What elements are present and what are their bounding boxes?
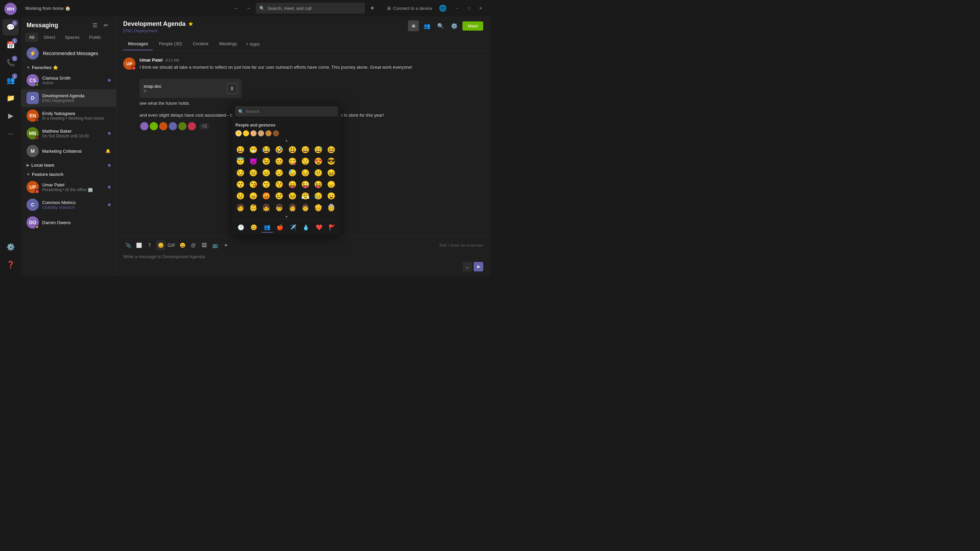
close-button[interactable]: ✕ <box>475 3 486 13</box>
add-button[interactable]: + <box>368 3 377 13</box>
format-tool[interactable]: ⬜ <box>134 240 143 250</box>
tab-all[interactable]: All <box>25 33 38 42</box>
emoji-😊[interactable]: 😊 <box>274 156 285 167</box>
emoji-😎[interactable]: 😎 <box>326 156 337 167</box>
chat-item-umar[interactable]: UP 🔴 Umar Patel Presenting • At the offi… <box>21 178 116 196</box>
emoji-😢[interactable]: 😢 <box>274 191 285 202</box>
new-chat-button[interactable]: ✏ <box>101 21 111 30</box>
skin-tone-2[interactable] <box>243 130 249 137</box>
emoji-😕[interactable]: 😕 <box>313 167 324 178</box>
emoji-😇[interactable]: 😇 <box>235 156 246 167</box>
emoji-😌[interactable]: 😌 <box>300 156 311 167</box>
section-favorites[interactable]: ▼ Favorites ⭐ <box>21 62 116 71</box>
rail-item-chat[interactable]: 💬 5 <box>2 19 19 35</box>
emoji-👨[interactable]: 👨 <box>300 202 311 213</box>
chat-item-darren[interactable]: DO Darren Owens <box>21 214 116 231</box>
chat-item-dev-agenda[interactable]: D Development Agenda ENG Deployment <box>21 89 116 107</box>
emoji-😙[interactable]: 😙 <box>261 179 272 190</box>
emoji-😏[interactable]: 😏 <box>235 167 246 178</box>
participants-button[interactable]: 👥 <box>422 21 433 31</box>
emoji-👦[interactable]: 👦 <box>274 202 285 213</box>
emoji-😈[interactable]: 😈 <box>248 156 259 167</box>
cat-activities[interactable]: 💧 <box>300 222 312 233</box>
filter-button[interactable]: ☰ <box>90 21 100 30</box>
sticker-tool[interactable]: 😄 <box>178 240 187 250</box>
emoji-😄[interactable]: 😄 <box>300 144 311 155</box>
emoji-👴[interactable]: 👴 <box>313 202 324 213</box>
chat-item-clarissa[interactable]: CS Clarissa Smith Active <box>21 71 116 89</box>
emoji-😍[interactable]: 😍 <box>313 156 324 167</box>
tab-people[interactable]: People (30) <box>154 38 186 50</box>
emoji-😦[interactable]: 😦 <box>326 191 337 202</box>
tab-direct[interactable]: Direct <box>40 33 59 42</box>
download-button[interactable]: ⬇ <box>227 83 237 94</box>
back-button[interactable]: ← <box>231 3 241 13</box>
recommended-messages-item[interactable]: ⚡ Recommended Messages <box>21 44 116 62</box>
global-search-bar[interactable]: 🔍 Search, meet, and call <box>256 3 365 14</box>
record-button[interactable]: ⏺ <box>408 21 419 31</box>
more-tool[interactable]: ✦ <box>221 240 231 250</box>
rail-item-apps[interactable]: 📁 <box>2 90 19 106</box>
emoji-😤[interactable]: 😤 <box>300 191 311 202</box>
emoji-😑[interactable]: 😑 <box>261 167 272 178</box>
skin-tone-5[interactable] <box>266 130 272 137</box>
forward-button[interactable]: → <box>243 3 253 13</box>
emoji-😐[interactable]: 😐 <box>248 167 259 178</box>
skin-tone-1[interactable] <box>235 130 242 137</box>
cat-food[interactable]: 🍎 <box>274 222 286 233</box>
rail-item-more[interactable]: ··· <box>2 125 19 141</box>
rail-item-calls[interactable]: 📞 1 <box>2 54 19 71</box>
skin-tone-3[interactable] <box>250 130 256 137</box>
mention-tool[interactable]: @ <box>189 240 198 250</box>
gif-tool[interactable]: GIF <box>167 240 176 250</box>
rail-item-settings[interactable]: ⚙️ <box>2 239 19 255</box>
maximize-button[interactable]: □ <box>463 3 474 13</box>
emoji-😘[interactable]: 😘 <box>248 179 259 190</box>
emoji-👵[interactable]: 👵 <box>326 202 337 213</box>
emoji-😜[interactable]: 😜 <box>300 179 311 190</box>
chat-item-marketing[interactable]: M Marketing Collateral 🔔 <box>21 142 116 160</box>
channel-subtitle[interactable]: ENG Deployment <box>123 28 193 33</box>
reaction-count[interactable]: +2 <box>199 123 210 129</box>
emoji-😛[interactable]: 😛 <box>287 179 298 190</box>
cat-objects[interactable]: ❤️ <box>313 222 325 233</box>
user-avatar[interactable]: WH <box>5 3 17 15</box>
emoji-😞[interactable]: 😞 <box>326 179 337 190</box>
chat-item-matthew[interactable]: MB Matthew Baker Do Not Disturb until 16… <box>21 124 116 142</box>
emoji-😁[interactable]: 😁 <box>248 144 259 155</box>
search-messages-button[interactable]: 🔍 <box>435 21 446 31</box>
connect-device-button[interactable]: 🖥 Connect to a device <box>382 5 436 12</box>
send-button[interactable]: ➤ <box>474 262 483 272</box>
expand-send-button[interactable]: ⌄ <box>463 262 472 272</box>
sidebar-scroll[interactable]: ⚡ Recommended Messages ▼ Favorites ⭐ CS <box>21 44 116 275</box>
cat-recent[interactable]: 🕐 <box>235 222 247 233</box>
tab-public[interactable]: Public <box>85 33 105 42</box>
emoji-👶[interactable]: 👶 <box>248 202 259 213</box>
composer-input[interactable] <box>123 253 483 260</box>
rail-item-calendar[interactable]: 📅 1 <box>2 37 19 53</box>
emoji-😉[interactable]: 😉 <box>261 156 272 167</box>
meet-button[interactable]: Meet <box>463 21 483 30</box>
cat-people[interactable]: 👥 <box>261 222 273 233</box>
emoji-search-input[interactable] <box>235 106 337 116</box>
emoji-tool[interactable]: 😊 <box>156 240 165 250</box>
skin-tone-6[interactable] <box>273 130 279 137</box>
emoji-😀[interactable]: 😀 <box>235 144 246 155</box>
emoji-🤣[interactable]: 🤣 <box>274 144 285 155</box>
image-tool[interactable]: 🖼 <box>199 240 209 250</box>
section-local-team[interactable]: ▶ Local team <box>21 160 116 169</box>
emoji-😅[interactable]: 😅 <box>313 144 324 155</box>
rail-item-people[interactable]: 👥 1 <box>2 72 19 89</box>
rail-item-activity[interactable]: ▶ <box>2 108 19 124</box>
emoji-😗[interactable]: 😗 <box>235 179 246 190</box>
emoji-😒[interactable]: 😒 <box>274 167 285 178</box>
stream-tool[interactable]: 📺 <box>210 240 220 250</box>
emoji-😠[interactable]: 😠 <box>248 191 259 202</box>
tab-meetings[interactable]: Meetings <box>215 38 242 50</box>
snap-attachment[interactable]: snap.doc le ⬇ <box>140 79 242 98</box>
emoji-🧑[interactable]: 🧑 <box>235 202 246 213</box>
emoji-😥[interactable]: 😥 <box>313 191 324 202</box>
emoji-😡[interactable]: 😡 <box>261 191 272 202</box>
emoji-😋[interactable]: 😋 <box>287 156 298 167</box>
emoji-😖[interactable]: 😖 <box>326 167 337 178</box>
